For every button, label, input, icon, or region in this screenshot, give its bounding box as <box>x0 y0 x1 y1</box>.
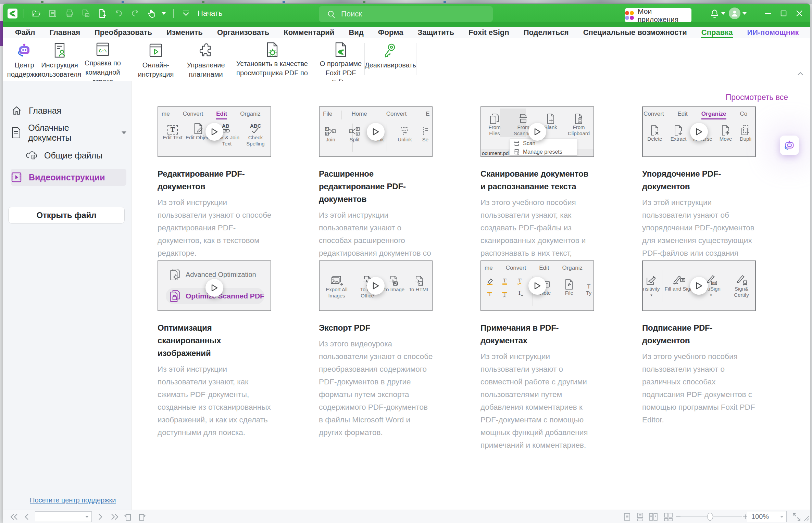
video-card-sign-pdf[interactable]: nsitivity▾ Fill and Sign DS <box>642 260 757 426</box>
save-icon[interactable] <box>48 9 57 18</box>
avatar[interactable] <box>729 8 740 19</box>
open-file-button[interactable]: Открыть файл <box>8 207 125 224</box>
close-button[interactable] <box>791 5 807 21</box>
video-thumbnail[interactable]: Advanced Optimization Optimize Scanned P… <box>158 260 271 311</box>
my-apps-button[interactable]: Мои приложения <box>625 8 691 22</box>
play-button[interactable] <box>528 277 546 295</box>
next-view-button[interactable] <box>137 510 146 523</box>
play-button[interactable] <box>690 123 708 141</box>
support-center-button[interactable]: Центрподдержки <box>7 38 41 81</box>
card-title[interactable]: Редактирование PDF-документов <box>158 167 272 193</box>
video-card-scan-ocr[interactable]: From Files From Scanner Bl <box>480 106 595 285</box>
card-title[interactable]: Примечания в PDF-документах <box>480 321 595 347</box>
menu-file[interactable]: Файл <box>8 27 42 38</box>
last-page-button[interactable] <box>111 510 119 523</box>
hand-tool-dropdown[interactable] <box>162 12 166 15</box>
prev-page-button[interactable] <box>24 510 29 523</box>
command-line-help-button[interactable]: C:\ Справка покомандной строке <box>78 38 128 81</box>
video-thumbnail[interactable]: nsitivity▾ Fill and Sign DS <box>642 260 756 311</box>
menu-foxit-esign[interactable]: Foxit eSign <box>461 27 516 38</box>
video-thumbnail[interactable]: File Home Convert E 121 Join <box>319 106 433 157</box>
sidebar-item-cloud-docs[interactable]: Облачные документы <box>11 124 126 141</box>
video-card-edit-pdf[interactable]: me Convert Edit Organiz T Edit Text <box>158 106 272 259</box>
maximize-button[interactable] <box>776 5 791 21</box>
facing-continuous-view-button[interactable] <box>663 510 673 523</box>
card-title[interactable]: Оптимизация сканированных изображений <box>158 321 272 359</box>
deactivate-button[interactable]: Деактивировать <box>365 38 416 81</box>
video-thumbnail[interactable]: me Convert Edit Organiz T Edit Text <box>158 106 271 157</box>
menu-home[interactable]: Главная <box>42 27 87 38</box>
video-thumbnail[interactable]: me Convert Edit Organiz T T T T <box>480 260 594 311</box>
hide-tab-icon[interactable] <box>182 9 190 18</box>
card-title[interactable]: Экспорт PDF <box>319 321 433 334</box>
card-title[interactable]: Расширенное редактирование PDF-документо… <box>319 167 433 205</box>
resize-grip[interactable] <box>802 513 809 522</box>
search-input[interactable]: Поиск <box>319 6 493 22</box>
support-center-link[interactable]: Посетите центр поддержки <box>30 496 116 504</box>
sidebar-item-video-tutorials[interactable]: Видеоинструкции <box>11 169 126 186</box>
main-content: Просмотреть все me Convert Edit Organiz … <box>132 81 810 510</box>
minimize-button[interactable] <box>760 5 776 21</box>
menu-ai-assistant[interactable]: ИИ-помощник <box>740 27 806 38</box>
fullscreen-button[interactable] <box>792 510 801 523</box>
facing-view-button[interactable] <box>648 510 658 523</box>
play-button[interactable] <box>205 279 223 297</box>
notifications-icon[interactable] <box>710 9 719 18</box>
zoom-level-select[interactable]: 100% <box>747 511 787 522</box>
zoom-slider-knob[interactable] <box>707 513 713 521</box>
video-thumbnail[interactable]: From Files From Scanner Bl <box>480 106 594 157</box>
about-button[interactable]: О программеFoxit PDF Editor <box>317 38 364 81</box>
page-number-input[interactable] <box>35 511 92 522</box>
video-thumbnail[interactable]: Export All Images To MS Office <box>319 260 433 311</box>
menu-edit[interactable]: Изменить <box>159 27 210 38</box>
notifications-dropdown[interactable] <box>721 12 725 15</box>
first-page-button[interactable] <box>10 510 18 523</box>
menu-comment[interactable]: Комментарий <box>276 27 341 38</box>
video-card-comments[interactable]: me Convert Edit Organiz T T T T <box>480 260 595 451</box>
play-button[interactable] <box>367 277 385 295</box>
menu-form[interactable]: Форма <box>371 27 411 38</box>
play-button[interactable] <box>367 123 385 141</box>
print-icon[interactable] <box>65 9 74 18</box>
menu-organize[interactable]: Организовать <box>210 27 276 38</box>
online-tutorial-button[interactable]: Онлайн-инструкция <box>128 38 184 81</box>
open-file-icon[interactable] <box>32 9 41 18</box>
play-button[interactable] <box>690 277 708 295</box>
manage-plugins-button[interactable]: Управлениеплагинами <box>184 38 227 81</box>
video-thumbnail[interactable]: Convert Edit Organize Co Delete <box>642 106 756 157</box>
next-page-button[interactable] <box>98 510 103 523</box>
set-default-viewer-button[interactable]: Установить в качествепросмотрщика PDF по… <box>227 38 317 81</box>
menu-help[interactable]: Справка <box>694 27 740 38</box>
menu-convert[interactable]: Преобразовать <box>87 27 159 38</box>
menu-view[interactable]: Вид <box>341 27 371 38</box>
video-card-export-pdf[interactable]: Export All Images To MS Office <box>319 260 433 439</box>
view-all-link[interactable]: Просмотреть все <box>726 93 788 102</box>
new-document-icon[interactable] <box>98 9 107 18</box>
sidebar-item-shared-files[interactable]: Общие файлы <box>26 147 126 164</box>
create-from-file-icon[interactable] <box>81 9 90 18</box>
undo-icon[interactable] <box>114 9 123 18</box>
previous-view-button[interactable] <box>124 510 133 523</box>
play-button[interactable] <box>528 123 546 141</box>
ai-assistant-button[interactable] <box>780 136 799 155</box>
account-dropdown[interactable] <box>742 12 747 15</box>
chevron-down-icon[interactable] <box>122 131 126 134</box>
card-title[interactable]: Упорядочение PDF-документов <box>642 167 757 193</box>
sidebar-item-home[interactable]: Главная <box>11 102 126 119</box>
menu-accessibility[interactable]: Специальные возможности <box>576 27 694 38</box>
single-page-view-button[interactable] <box>623 510 632 523</box>
continuous-view-button[interactable] <box>636 510 645 523</box>
foxit-logo[interactable] <box>8 9 17 18</box>
play-button[interactable] <box>205 123 223 141</box>
video-card-organize[interactable]: Convert Edit Organize Co Delete <box>642 106 757 285</box>
menu-protect[interactable]: Защитить <box>410 27 461 38</box>
hand-tool-icon[interactable] <box>147 9 156 18</box>
start-tab[interactable]: Начать <box>198 9 222 18</box>
redo-icon[interactable] <box>130 9 139 18</box>
card-title[interactable]: Сканирование документов и распознавание … <box>480 167 595 193</box>
collapse-ribbon-icon[interactable] <box>797 71 804 77</box>
user-manual-button[interactable]: Инструкцияпользователя <box>41 38 78 81</box>
video-card-optimize-scanned[interactable]: Advanced Optimization Optimize Scanned P… <box>158 260 272 439</box>
menu-share[interactable]: Поделиться <box>516 27 576 38</box>
card-title[interactable]: Подписание PDF-документов <box>642 321 757 347</box>
